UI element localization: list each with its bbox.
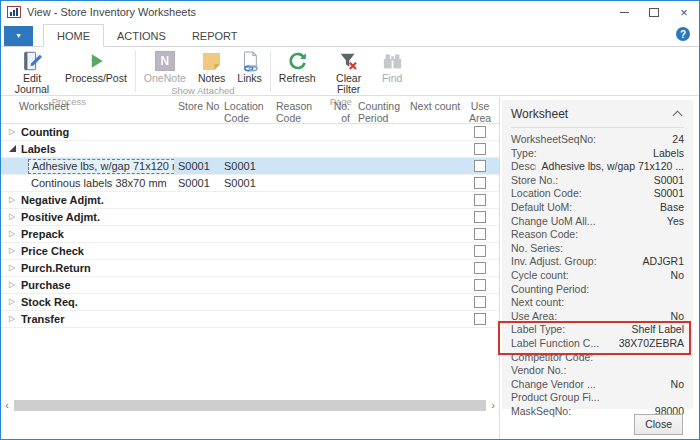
- button-label: Links: [237, 73, 262, 84]
- collapsed-icon[interactable]: ▷: [9, 294, 16, 310]
- column-header-location-code[interactable]: Location Code: [220, 100, 272, 123]
- table-row-group[interactable]: ▷Stock Req.: [1, 294, 499, 311]
- use-area-checkbox[interactable]: [474, 296, 486, 308]
- column-header-reason-code[interactable]: Reason Code: [272, 100, 320, 123]
- table-cell: [354, 277, 406, 293]
- maximize-button[interactable]: [639, 2, 669, 22]
- detail-field: Change UoM All...Yes: [511, 215, 684, 229]
- ribbon-group-label: Show Attached: [138, 85, 268, 97]
- minimize-button[interactable]: [609, 2, 639, 22]
- column-header-store-no[interactable]: Store No.: [174, 100, 220, 123]
- table-cell: [272, 294, 320, 310]
- table-row-group[interactable]: ▷Purchase: [1, 277, 499, 294]
- help-button[interactable]: ?: [676, 27, 690, 41]
- use-area-checkbox[interactable]: [474, 211, 486, 223]
- collapsed-icon[interactable]: ▷: [9, 124, 16, 140]
- table-row-group[interactable]: ▷Prepack: [1, 226, 499, 243]
- detail-field: Cycle count:No: [511, 269, 684, 283]
- use-area-checkbox[interactable]: [474, 143, 486, 155]
- use-area-checkbox[interactable]: [474, 177, 486, 189]
- table-cell: [406, 277, 464, 293]
- tab-report[interactable]: REPORT: [179, 25, 251, 46]
- horizontal-scrollbar[interactable]: ‹ ›: [1, 398, 499, 412]
- table-cell: [174, 226, 220, 242]
- use-area-checkbox[interactable]: [474, 160, 486, 172]
- expanded-icon[interactable]: [9, 145, 16, 152]
- field-label: Competitor Code:: [511, 351, 593, 365]
- clear-filter-button[interactable]: Clear Filter: [322, 49, 376, 96]
- table-row[interactable]: Adhesive lbs, w/gap 71x120 mmS0001S0001: [1, 158, 499, 175]
- collapsed-icon[interactable]: ▷: [9, 226, 16, 242]
- use-area-checkbox[interactable]: [474, 245, 486, 257]
- table-cell: [406, 226, 464, 242]
- refresh-button[interactable]: Refresh: [273, 49, 322, 85]
- table-row-group[interactable]: ▷Counting: [1, 124, 499, 141]
- ribbon-dropdown-button[interactable]: ▾: [4, 26, 33, 46]
- chevron-down-icon: ▾: [16, 31, 20, 40]
- table-row-group[interactable]: Labels: [1, 141, 499, 158]
- tab-actions[interactable]: ACTIONS: [104, 25, 179, 46]
- collapsed-icon[interactable]: ▷: [9, 311, 16, 327]
- use-area-checkbox[interactable]: [474, 126, 486, 138]
- table-row-group[interactable]: ▷Purch.Return: [1, 260, 499, 277]
- table-cell: [406, 311, 464, 327]
- find-button[interactable]: Find: [376, 49, 409, 85]
- worksheet-cell: ▷Purch.Return: [1, 260, 174, 276]
- close-icon: ×: [680, 6, 688, 19]
- collapsed-icon[interactable]: ▷: [9, 209, 16, 225]
- field-label: No. Series:: [511, 242, 563, 256]
- scroll-right-icon[interactable]: ›: [487, 399, 499, 411]
- use-area-checkbox[interactable]: [474, 228, 486, 240]
- collapsed-icon[interactable]: ▷: [9, 260, 16, 276]
- worksheet-name[interactable]: Continous labels 38x70 mm: [1, 175, 167, 191]
- close-button[interactable]: Close: [634, 414, 683, 435]
- collapsed-icon[interactable]: ▷: [9, 192, 16, 208]
- onenote-icon: N: [155, 50, 175, 72]
- field-label: Store No.:: [511, 174, 558, 188]
- column-header-worksheet[interactable]: Worksheet: [1, 100, 174, 123]
- field-label: Default UoM:: [511, 201, 572, 215]
- edit-journal-icon: [21, 50, 43, 72]
- column-header-use-area[interactable]: Use Area: [464, 100, 496, 123]
- table-row-group[interactable]: ▷Positive Adjmt.: [1, 209, 499, 226]
- table-cell: [406, 124, 464, 140]
- button-label: Process/Post: [65, 73, 127, 84]
- table-cell: [272, 192, 320, 208]
- table-cell: [406, 294, 464, 310]
- table-row-group[interactable]: ▷Negative Adjmt.: [1, 192, 499, 209]
- column-header-no-of-lines[interactable]: No. of Lines: [320, 100, 354, 123]
- use-area-checkbox[interactable]: [474, 194, 486, 206]
- collapse-icon[interactable]: [673, 111, 683, 121]
- use-area-checkbox[interactable]: [474, 262, 486, 274]
- table-row-group[interactable]: ▷Price Check: [1, 243, 499, 260]
- close-window-button[interactable]: ×: [669, 2, 699, 22]
- table-cell: [320, 124, 354, 140]
- table-cell: [174, 277, 220, 293]
- field-value: No: [671, 310, 684, 324]
- notes-button[interactable]: Notes: [192, 49, 231, 85]
- collapsed-icon[interactable]: ▷: [9, 243, 16, 259]
- field-label: Use Area:: [511, 310, 557, 324]
- scroll-left-icon[interactable]: ‹: [1, 399, 13, 411]
- table-cell: [354, 260, 406, 276]
- table-cell: [406, 158, 464, 174]
- use-area-checkbox[interactable]: [474, 279, 486, 291]
- use-area-checkbox[interactable]: [474, 313, 486, 325]
- table-row-group[interactable]: ▷Transfer: [1, 311, 499, 328]
- collapsed-icon[interactable]: ▷: [9, 277, 16, 293]
- field-value: 38X70ZEBRA: [619, 337, 684, 351]
- column-header-next-count[interactable]: Next count: [406, 100, 464, 123]
- links-button[interactable]: Links: [231, 49, 268, 85]
- process-post-button[interactable]: Process/Post: [59, 49, 133, 85]
- scrollbar-thumb[interactable]: [14, 400, 486, 411]
- field-value: Labels: [653, 147, 684, 161]
- table-cell: [220, 260, 272, 276]
- edit-journal-button[interactable]: Edit Journal: [5, 49, 59, 96]
- column-header-counting-period[interactable]: Counting Period: [354, 100, 406, 123]
- onenote-button[interactable]: N OneNote: [138, 49, 192, 85]
- worksheet-name[interactable]: Adhesive lbs, w/gap 71x120 mm: [28, 159, 174, 174]
- field-label: WorksheetSeqNo:: [511, 133, 596, 147]
- table-cell: [174, 209, 220, 225]
- table-row[interactable]: Continous labels 38x70 mmS0001S0001: [1, 175, 499, 192]
- tab-home[interactable]: HOME: [43, 24, 104, 47]
